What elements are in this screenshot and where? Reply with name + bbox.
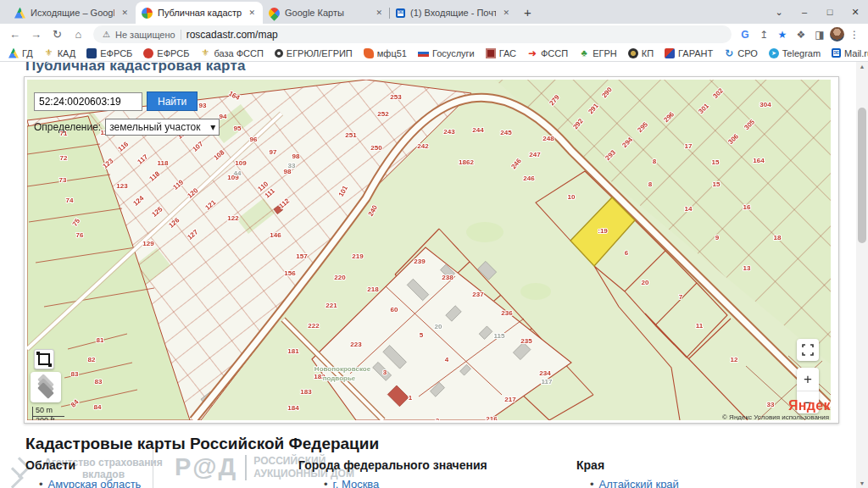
parcel-label: 6 [625,249,629,257]
maximize-button[interactable]: □ [817,7,843,17]
parcel-label: 17 [685,142,693,150]
url-text: roscadastr.com/map [186,29,278,41]
bookmark-item[interactable]: ГАС [486,48,516,58]
link-moskva[interactable]: г. Москва [324,478,379,488]
bookmark-item[interactable]: Госуслуги [418,48,475,58]
parcel-label: 13 [743,264,751,272]
google-drive-icon [14,8,25,19]
parcel-label: 76 [76,231,84,239]
reload-icon[interactable]: ↻ [47,28,67,41]
bookmark-item[interactable]: ГАРАНТ [665,48,713,58]
parcel-label: 8 [648,180,653,188]
close-icon[interactable]: ✕ [374,7,384,19]
parcel-label: 94 [220,113,227,120]
yandex-logo[interactable]: Яндекс [788,398,831,413]
bookmark-item[interactable]: ⚜база ФССП [200,48,263,58]
bookmark-item[interactable]: мфц51 [364,48,407,58]
link-altayskiy-kray[interactable]: Алтайский край [590,478,679,488]
parcel-label: 157 [296,252,308,260]
profile-avatar[interactable] [830,27,844,42]
share-icon[interactable]: ↥ [755,29,772,41]
not-secure-warning-icon[interactable]: ⚠ [103,30,110,39]
bookmark-item[interactable]: ✉Mail.ru [832,48,868,58]
parcel-label: 250 [370,144,382,152]
bookmark-item[interactable]: ♣ЕГРН [579,48,617,58]
measure-tool-button[interactable] [34,349,54,369]
bookmark-item[interactable]: КП [628,48,654,58]
parcel-label: 117 [542,378,553,385]
footer-column-goroda: Города федерального значения [298,458,487,472]
parcel-label: 242 [417,142,429,150]
parcel-label: 11 [696,322,704,330]
scroll-down-icon[interactable]: ▼ [856,480,868,486]
tab-mailru[interactable]: ✉ (1) Входящие - Почта Mail.ru ✕ [390,2,517,24]
search-button[interactable]: Найти [147,92,198,111]
object-type-select[interactable]: земельный участок ▾ [105,119,220,136]
side-panel-icon[interactable]: ◨ [811,29,828,41]
bookmark-item[interactable]: ЕФРСБ [143,48,189,58]
scale-bar: 50 m 200 ft [32,407,64,420]
link-amurskaya-oblast[interactable]: Амурская область [39,478,141,488]
parcel-label: 248 [542,135,554,142]
close-icon[interactable]: ✕ [247,7,257,19]
google-g-icon[interactable]: G [737,29,754,41]
parcel-label: 83 [71,370,79,378]
bookmark-item[interactable]: ➜ФССП [527,48,568,58]
parcel-label: 223 [350,341,362,348]
parcel-label: 123 [116,182,128,190]
new-tab-button[interactable]: + [524,5,531,19]
parcel-label: 243 [443,128,455,136]
parcel-label: 98 [292,152,300,160]
google-maps-icon [266,5,281,20]
tab-cadastral-map[interactable]: Публичная кадастровая карта ✕ [136,2,263,24]
zoom-in-button[interactable]: + [797,368,819,391]
bookmark-label: ГД [22,48,33,58]
close-icon[interactable]: ✕ [501,7,511,19]
bookmark-item[interactable]: ⚜КАД [44,48,76,58]
layers-button[interactable] [31,372,61,402]
parcel-label: 84 [94,403,102,411]
fullscreen-button[interactable] [797,339,819,361]
tab-title: Google Карты [285,8,369,18]
window-menu-icon[interactable]: ⌄ [766,7,792,18]
cadastral-map[interactable]: 9394959697989810610710810910911011111211… [27,80,831,420]
page-scrollbar[interactable]: ▲ ▼ [856,62,868,488]
bookmark-label: ЕФРСБ [100,48,132,58]
tab-google-drive[interactable]: Исходящие – Google Диск ✕ [8,2,136,24]
parcel-label: 216 [486,415,498,420]
bookmark-item[interactable]: ↻СРО [724,48,758,58]
parcel-label: 253 [390,93,402,101]
address-bar[interactable]: ⚠ Не защищено roscadastr.com/map [93,25,732,43]
minimize-button[interactable]: – [792,7,817,17]
bookmark-star-icon[interactable]: ★ [774,29,791,41]
close-icon[interactable]: ✕ [120,7,130,19]
home-icon[interactable]: ⌂ [69,28,88,41]
bookmark-label: ЕГРН [593,48,617,58]
scroll-up-icon[interactable]: ▲ [856,64,868,69]
bookmark-item[interactable]: ГД [8,48,33,58]
parcel-label: 1 [409,394,413,402]
tab-google-maps[interactable]: Google Карты ✕ [263,2,390,24]
scrollbar-thumb[interactable] [858,108,866,243]
forward-icon[interactable]: → [26,28,46,41]
bookmark-label: база ФССП [214,48,263,58]
bookmark-label: ГАС [499,48,516,58]
telegram-icon: ➤ [769,48,779,58]
terms-link[interactable]: Условия использования [754,413,829,420]
extensions-icon[interactable]: ❖ [793,29,810,41]
bookmark-item[interactable]: ЕГРЮЛ/ЕГРИП [275,48,353,58]
parcel-label: 18 [774,234,782,241]
back-icon[interactable]: ← [5,28,25,41]
window-controls: ⌄ – □ ✕ [766,0,868,24]
parcel-label: 156 [284,269,296,277]
search-input[interactable] [34,92,142,111]
close-window-button[interactable]: ✕ [843,7,868,18]
watermark-divider [153,450,153,488]
bookmark-label: ГАРАНТ [678,48,713,58]
bookmark-item[interactable]: ➤Telegram [769,48,821,58]
rad-logo-icon: Р@Д [175,453,237,481]
garant-icon [665,48,675,58]
bookmark-item[interactable]: ЕФРСБ [86,48,132,58]
menu-icon[interactable]: ⋮ [846,29,863,41]
parcel-label: 7 [679,293,683,301]
